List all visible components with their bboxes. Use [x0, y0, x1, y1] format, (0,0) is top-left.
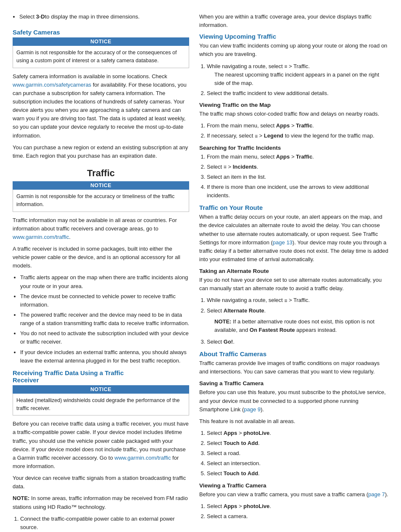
- saving-camera-para2: This feature is not available in all are…: [199, 417, 388, 426]
- traffic-para1: Traffic information may not be available…: [13, 216, 189, 241]
- alternate-route-steps: While navigating a route, select ≡ > Tra…: [207, 296, 388, 346]
- menu-icon-1: ≡: [284, 64, 287, 69]
- saving-camera-para1: Before you can use this feature, you mus…: [199, 388, 388, 413]
- viewing-upcoming-para1: You can view traffic incidents coming up…: [199, 42, 388, 58]
- alternate-route-heading: Taking an Alternate Route: [199, 268, 388, 274]
- receiving-steps: Connect the traffic-compatible power cab…: [20, 515, 189, 532]
- intro-bullet: Select 3-Dto display the map in three di…: [13, 13, 189, 21]
- searching-step2: Select ≡ > Incidents.: [207, 163, 388, 171]
- right-column: When you are within a traffic coverage a…: [199, 13, 388, 532]
- searching-step4: If there is more than one incident, use …: [207, 183, 388, 200]
- saving-step4: Select an intersection.: [207, 459, 388, 468]
- left-column: Select 3-Dto display the map in three di…: [13, 13, 189, 532]
- alternate-note: NOTE: If a better alternative route does…: [214, 318, 388, 334]
- menu-icon-3: ≡: [224, 164, 227, 169]
- viewing-camera-link1[interactable]: page 7: [368, 491, 385, 498]
- traffic-bullet-1: Traffic alerts appear on the map when th…: [20, 273, 189, 290]
- intro-select-label: Select: [19, 13, 36, 20]
- traffic-route-link1[interactable]: page 13: [273, 239, 293, 246]
- receiving-note: NOTE: In some areas, traffic information…: [13, 494, 189, 511]
- viewing-map-step2: If necessary, select ≡ > Legend to view …: [207, 132, 388, 140]
- traffic-notice-content: Garmin is not responsible for the accura…: [13, 190, 189, 212]
- alternate-step2: Select Alternate Route. NOTE: If a bette…: [207, 307, 388, 334]
- alternate-route-subsection: Taking an Alternate Route If you do not …: [199, 268, 388, 346]
- step1-post: > Traffic.: [289, 63, 310, 69]
- viewing-upcoming-step2: Select the traffic incident to view addi…: [207, 89, 388, 98]
- intro-rest-label: to display the map in three dimensions.: [45, 13, 140, 20]
- traffic-bullet-2: The device must be connected to vehicle …: [20, 292, 189, 309]
- saving-step1: Select Apps > photoLive.: [207, 429, 388, 437]
- viewing-upcoming-section: Viewing Upcoming Traffic You can view tr…: [199, 33, 388, 200]
- viewing-map-steps: From the main menu, select Apps > Traffi…: [207, 122, 388, 140]
- traffic-bullets: Traffic alerts appear on the map when th…: [20, 273, 189, 365]
- traffic-link1[interactable]: www.garmin.com/traffic: [13, 234, 69, 240]
- saving-step2: Select Touch to Add.: [207, 439, 388, 447]
- searching-subsection: Searching for Traffic Incidents From the…: [199, 145, 388, 200]
- searching-steps: From the main menu, select Apps > Traffi…: [207, 153, 388, 200]
- traffic-para2: A traffic receiver is included in some p…: [13, 245, 189, 270]
- receiving-notice: NOTICE Heated (metallized) windshields c…: [13, 385, 189, 416]
- viewing-camera-para1: Before you can view a traffic camera, yo…: [199, 490, 388, 499]
- about-cameras-heading: About Traffic Cameras: [199, 350, 388, 357]
- safety-cameras-para1: Safety camera information is available i…: [13, 72, 189, 140]
- traffic-notice-label: NOTICE: [13, 181, 189, 190]
- traffic-notice: NOTICE Garmin is not responsible for the…: [13, 181, 189, 212]
- receiving-link1[interactable]: www.garmin.com/traffic: [114, 455, 171, 461]
- alternate-step3: Select Go!.: [207, 338, 388, 346]
- traffic-route-heading: Traffic on Your Route: [199, 204, 388, 211]
- receiving-section: Receiving Traffic Data Using a TrafficRe…: [13, 369, 189, 532]
- viewing-camera-heading: Viewing a Traffic Camera: [199, 482, 388, 489]
- receiving-notice-label: NOTICE: [13, 385, 189, 394]
- searching-heading: Searching for Traffic Incidents: [199, 145, 388, 151]
- searching-step3: Select an item in the list.: [207, 173, 388, 181]
- receiving-para1: Before you can receive traffic data usin…: [13, 420, 189, 471]
- alternate-step1: While navigating a route, select ≡ > Tra…: [207, 296, 388, 304]
- menu-icon-2: ≡: [255, 134, 258, 139]
- saving-camera-heading: Saving a Traffic Camera: [199, 380, 388, 386]
- traffic-bullet-5: If your device includes an external traf…: [20, 348, 189, 365]
- traffic-route-para1: When a traffic delay occurs on your rout…: [199, 213, 388, 264]
- viewing-camera-steps: Select Apps > photoLive. Select a camera…: [207, 502, 388, 521]
- viewing-camera-step2: Select a camera.: [207, 512, 388, 521]
- viewing-map-subsection: Viewing Traffic on the Map The traffic m…: [199, 102, 388, 140]
- traffic-bullet-3: The powered traffic receiver and the dev…: [20, 311, 189, 328]
- viewing-map-step1: From the main menu, select Apps > Traffi…: [207, 122, 388, 130]
- step1-note: The nearest upcoming traffic incident ap…: [214, 71, 388, 87]
- safety-cameras-section: Safety Cameras NOTICE Garmin is not resp…: [13, 29, 189, 160]
- traffic-main-heading: Traffic: [13, 168, 189, 179]
- searching-step1: From the main menu, select Apps > Traffi…: [207, 153, 388, 161]
- receiving-para2: Your device can receive traffic signals …: [13, 474, 189, 491]
- safety-cameras-link1[interactable]: www.garmin.com/safetycameras: [13, 82, 91, 88]
- receiving-notice-content: Heated (metallized) windshields could de…: [13, 394, 189, 416]
- safety-cameras-notice-label: NOTICE: [13, 37, 189, 46]
- safety-cameras-para2: You can purchase a new region or extend …: [13, 143, 189, 160]
- viewing-map-para1: The traffic map shows color-coded traffi…: [199, 110, 388, 118]
- traffic-route-section: Traffic on Your Route When a traffic del…: [199, 204, 388, 346]
- right-intro-para: When you are within a traffic coverage a…: [199, 13, 388, 29]
- alternate-route-para1: If you do not have your device set to us…: [199, 276, 388, 293]
- safety-cameras-notice: NOTICE Garmin is not responsible for the…: [13, 37, 189, 68]
- saving-camera-steps: Select Apps > photoLive. Select Touch to…: [207, 429, 388, 478]
- viewing-camera-step1: Select Apps > photoLive.: [207, 502, 388, 511]
- saving-step3: Select a road.: [207, 449, 388, 458]
- receiving-step-1: Connect the traffic-compatible power cab…: [20, 515, 189, 532]
- viewing-upcoming-heading: Viewing Upcoming Traffic: [199, 33, 388, 40]
- viewing-upcoming-step1: While navigating a route, select ≡ > Tra…: [207, 62, 388, 87]
- about-cameras-para1: Traffic cameras provide live images of t…: [199, 359, 388, 376]
- viewing-upcoming-steps: While navigating a route, select ≡ > Tra…: [207, 62, 388, 98]
- safety-cameras-heading: Safety Cameras: [13, 29, 189, 36]
- viewing-map-heading: Viewing Traffic on the Map: [199, 102, 388, 108]
- safety-cameras-notice-content: Garmin is not responsible for the accura…: [13, 46, 189, 68]
- traffic-main-section: Traffic NOTICE Garmin is not responsible…: [13, 168, 189, 365]
- traffic-bullet-4: You do not need to activate the subscrip…: [20, 329, 189, 346]
- saving-camera-subsection: Saving a Traffic Camera Before you can u…: [199, 380, 388, 478]
- menu-icon-4: ≡: [284, 298, 287, 303]
- saving-step5: Select Touch to Add.: [207, 469, 388, 478]
- about-cameras-section: About Traffic Cameras Traffic cameras pr…: [199, 350, 388, 521]
- viewing-camera-subsection: Viewing a Traffic Camera Before you can …: [199, 482, 388, 521]
- saving-camera-link1[interactable]: page 9: [244, 406, 261, 413]
- receiving-heading: Receiving Traffic Data Using a TrafficRe…: [13, 369, 189, 384]
- intro-3d-label: 3-D: [36, 13, 45, 20]
